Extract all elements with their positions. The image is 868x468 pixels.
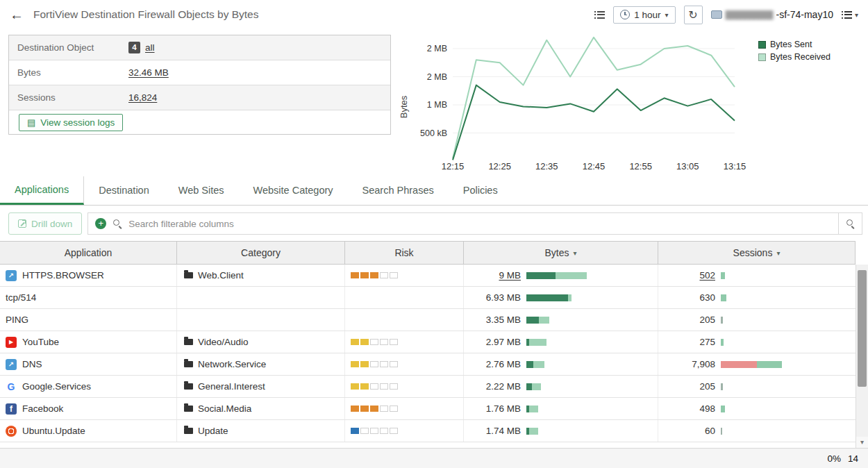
category-name: Update	[198, 426, 228, 436]
search-button[interactable]	[839, 212, 862, 235]
column-header-label: Risk	[394, 247, 413, 258]
table-row[interactable]: ↗HTTPS.BROWSERWeb.Client9 MB502	[0, 265, 856, 287]
risk-level-block	[390, 272, 398, 278]
status-bar: 0% 14	[0, 448, 868, 468]
summary-row-bytes: Bytes 32.46 MB	[9, 60, 390, 85]
summary-panel: Destination Object 4 all Bytes 32.46 MB …	[8, 35, 391, 135]
sessions-bar	[721, 317, 723, 324]
device-name-suffix: -sf-74-may10	[776, 9, 833, 20]
column-header-risk[interactable]: Risk	[345, 242, 464, 264]
add-filter-icon[interactable]: +	[95, 218, 106, 229]
view-session-logs-button[interactable]: ▤ View session logs	[19, 114, 123, 131]
bytes-value: 9 MB	[464, 270, 521, 281]
refresh-button[interactable]: ↻	[684, 6, 703, 24]
risk-level-block	[390, 361, 398, 367]
table-row[interactable]: PING3.35 MB205	[0, 309, 856, 331]
tab-policies[interactable]: Policies	[449, 176, 512, 205]
view-list-icon[interactable]	[594, 11, 605, 19]
table-row[interactable]: tcp/5146.93 MB630	[0, 287, 856, 309]
sessions-bar-segment	[757, 361, 782, 368]
drill-down-button[interactable]: Drill down	[8, 212, 82, 235]
scroll-down-arrow[interactable]: ▾	[856, 437, 868, 448]
tab-applications[interactable]: Applications	[0, 176, 84, 205]
back-arrow-icon[interactable]: ←	[10, 8, 24, 22]
bytes-bar	[526, 272, 587, 279]
youtube-icon: ▶	[6, 337, 17, 348]
application-name: YouTube	[22, 337, 59, 347]
device-name-redacted: ██████████	[726, 10, 773, 19]
bytes-value: 2.22 MB	[464, 381, 521, 392]
count-badge: 4	[128, 42, 140, 53]
summary-actions-row: ▤ View session logs	[9, 110, 390, 134]
table-row[interactable]: ↗DNSNetwork.Service2.76 MB7,908	[0, 353, 856, 376]
risk-level-block	[351, 272, 359, 278]
time-range-dropdown[interactable]: 1 hour ▾	[613, 6, 675, 24]
bytes-received-segment	[532, 383, 541, 390]
category-name: Web.Client	[198, 270, 244, 281]
summary-label: Destination Object	[9, 42, 128, 53]
cell-bytes: 1.76 MB	[464, 398, 658, 419]
folder-icon	[184, 361, 193, 367]
table-row[interactable]: GGoogle.ServicesGeneral.Interest2.22 MB2…	[0, 376, 856, 398]
table-body: ↗HTTPS.BROWSERWeb.Client9 MB502tcp/5146.…	[0, 265, 856, 442]
cell-application: ↗DNS	[0, 353, 177, 375]
cell-risk	[345, 331, 464, 353]
cell-risk	[345, 309, 464, 331]
sessions-bar-segment	[721, 406, 725, 412]
table-row[interactable]: ▶YouTubeVideo/Audio2.97 MB275	[0, 331, 856, 353]
bytes-value: 3.35 MB	[464, 315, 521, 325]
legend-item: Bytes Received	[758, 52, 831, 62]
search-input[interactable]	[128, 219, 831, 229]
application-name: DNS	[22, 359, 42, 369]
risk-level-block	[370, 361, 378, 367]
sessions-value: 7,908	[658, 359, 715, 369]
tab-web-sites[interactable]: Web Sites	[164, 176, 239, 205]
category-name: Social.Media	[198, 403, 251, 414]
folder-icon	[184, 339, 193, 345]
bytes-sent-segment	[526, 272, 556, 279]
summary-row-sessions: Sessions 16,824	[9, 85, 390, 110]
bytes-bar	[526, 339, 546, 346]
bytes-bar	[526, 317, 549, 324]
tab-search-phrases[interactable]: Search Phrases	[348, 176, 449, 205]
sessions-bar	[721, 383, 723, 390]
table-icon: ▤	[27, 118, 35, 127]
table-row[interactable]: Ubuntu.UpdateUpdate1.74 MB60	[0, 420, 856, 442]
column-header-category[interactable]: Category	[177, 242, 345, 264]
tab-website-category[interactable]: Website Category	[239, 176, 348, 205]
chart-legend: Bytes SentBytes Received	[758, 40, 831, 62]
main-menu-button[interactable]: ▾	[842, 11, 858, 19]
bytes-sent-segment	[526, 294, 568, 301]
cell-category: General.Interest	[177, 376, 345, 397]
risk-level-block	[370, 339, 378, 345]
cell-sessions: 7,908	[658, 353, 856, 375]
vertical-scrollbar[interactable]: ▾	[856, 265, 868, 448]
column-header-bytes[interactable]: Bytes▾	[464, 242, 658, 264]
risk-level-block	[390, 339, 398, 345]
bytes-received-segment	[529, 428, 538, 435]
bytes-bar	[526, 361, 544, 368]
risk-level-block	[351, 428, 359, 434]
risk-level-block	[380, 428, 388, 434]
risk-level-block	[370, 406, 378, 412]
summary-value-link[interactable]: all	[145, 42, 155, 53]
legend-label: Bytes Received	[770, 52, 831, 62]
application-name: HTTPS.BROWSER	[22, 270, 104, 281]
column-header-sessions[interactable]: Sessions▾	[658, 242, 856, 264]
risk-level-block	[380, 383, 388, 390]
svg-text:12:55: 12:55	[629, 161, 652, 172]
tab-destination[interactable]: Destination	[84, 176, 164, 205]
search-bar: +	[87, 212, 839, 235]
table-row[interactable]: fFacebookSocial.Media1.76 MB498	[0, 398, 856, 420]
svg-text:12:15: 12:15	[442, 161, 465, 172]
scrollbar-thumb[interactable]	[858, 270, 867, 387]
summary-label: Bytes	[9, 67, 128, 78]
summary-value-link[interactable]: 32.46 MB	[128, 67, 169, 78]
column-header-application[interactable]: Application	[0, 242, 177, 264]
traffic-chart: 500 kB1 MB2 MB2 MB12:1512:2512:3512:4512…	[397, 31, 868, 175]
bytes-received-segment	[568, 294, 571, 301]
folder-icon	[184, 383, 193, 390]
sessions-bar	[721, 272, 725, 279]
cell-risk	[345, 420, 464, 442]
summary-value-link[interactable]: 16,824	[128, 92, 157, 103]
